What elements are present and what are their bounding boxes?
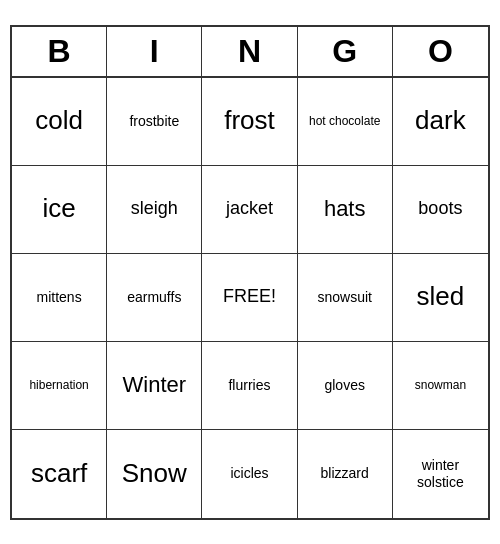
bingo-cell: mittens xyxy=(12,254,107,342)
bingo-cell: frost xyxy=(202,78,297,166)
cell-text: scarf xyxy=(31,458,87,489)
bingo-cell: hibernation xyxy=(12,342,107,430)
cell-text: gloves xyxy=(324,377,364,394)
bingo-cell: Snow xyxy=(107,430,202,518)
header-letter: N xyxy=(202,27,297,76)
bingo-cell: hats xyxy=(298,166,393,254)
header-letter: B xyxy=(12,27,107,76)
cell-text: boots xyxy=(418,198,462,220)
bingo-grid: coldfrostbitefrosthot chocolatedarkicesl… xyxy=(12,78,488,518)
cell-text: blizzard xyxy=(321,465,369,482)
bingo-cell: flurries xyxy=(202,342,297,430)
cell-text: icicles xyxy=(230,465,268,482)
cell-text: FREE! xyxy=(223,286,276,308)
bingo-cell: hot chocolate xyxy=(298,78,393,166)
bingo-cell: blizzard xyxy=(298,430,393,518)
cell-text: frostbite xyxy=(129,113,179,130)
cell-text: Winter xyxy=(123,372,187,398)
cell-text: jacket xyxy=(226,198,273,220)
cell-text: sleigh xyxy=(131,198,178,220)
cell-text: mittens xyxy=(37,289,82,306)
header-letter: I xyxy=(107,27,202,76)
bingo-cell: ice xyxy=(12,166,107,254)
cell-text: snowsuit xyxy=(317,289,371,306)
header-letter: G xyxy=(298,27,393,76)
cell-text: flurries xyxy=(228,377,270,394)
cell-text: frost xyxy=(224,105,275,136)
bingo-cell: dark xyxy=(393,78,488,166)
bingo-cell: earmuffs xyxy=(107,254,202,342)
cell-text: ice xyxy=(42,193,75,224)
bingo-cell: frostbite xyxy=(107,78,202,166)
bingo-cell: cold xyxy=(12,78,107,166)
bingo-cell: icicles xyxy=(202,430,297,518)
cell-text: winter solstice xyxy=(397,457,484,491)
bingo-cell: winter solstice xyxy=(393,430,488,518)
cell-text: hats xyxy=(324,196,366,222)
bingo-header: BINGO xyxy=(12,27,488,78)
bingo-cell: sled xyxy=(393,254,488,342)
cell-text: snowman xyxy=(415,378,466,392)
bingo-cell: gloves xyxy=(298,342,393,430)
cell-text: hibernation xyxy=(29,378,88,392)
bingo-cell: snowman xyxy=(393,342,488,430)
bingo-cell: snowsuit xyxy=(298,254,393,342)
bingo-card: BINGO coldfrostbitefrosthot chocolatedar… xyxy=(10,25,490,520)
cell-text: dark xyxy=(415,105,466,136)
cell-text: sled xyxy=(417,281,465,312)
cell-text: earmuffs xyxy=(127,289,181,306)
bingo-cell: FREE! xyxy=(202,254,297,342)
header-letter: O xyxy=(393,27,488,76)
bingo-cell: jacket xyxy=(202,166,297,254)
bingo-cell: sleigh xyxy=(107,166,202,254)
cell-text: hot chocolate xyxy=(309,114,380,128)
cell-text: Snow xyxy=(122,458,187,489)
bingo-cell: Winter xyxy=(107,342,202,430)
bingo-cell: scarf xyxy=(12,430,107,518)
bingo-cell: boots xyxy=(393,166,488,254)
cell-text: cold xyxy=(35,105,83,136)
